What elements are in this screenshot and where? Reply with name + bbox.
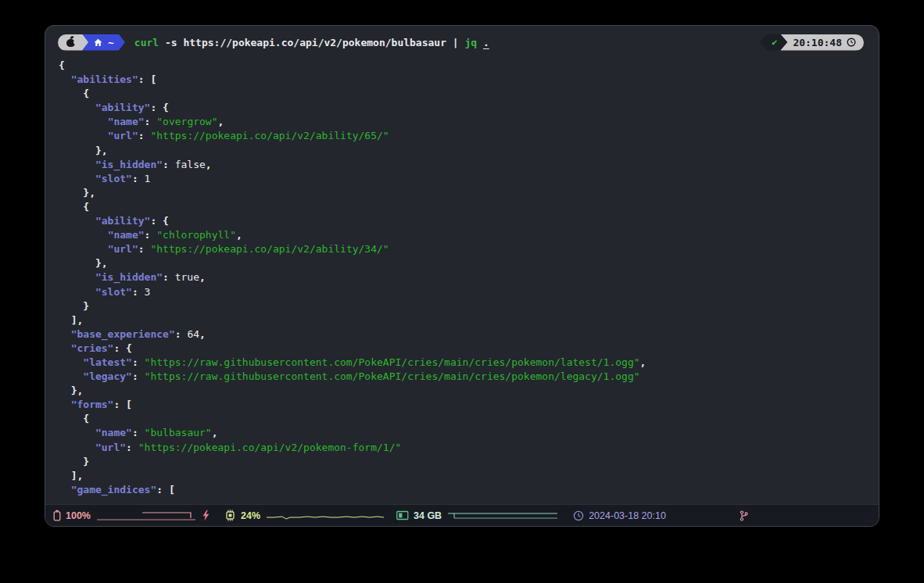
terminal-line: } bbox=[59, 455, 879, 469]
terminal-line: "url": "https://pokeapi.co/api/v2/abilit… bbox=[59, 129, 879, 143]
terminal-line: "is_hidden": false, bbox=[59, 158, 879, 172]
prompt-time-segment: 20:10:48 bbox=[780, 34, 864, 51]
battery-percent: 100% bbox=[66, 510, 91, 521]
terminal-line: "name": "chlorophyll", bbox=[59, 228, 879, 242]
terminal-line: ], bbox=[59, 313, 879, 327]
terminal-line: "is_hidden": true, bbox=[59, 270, 879, 284]
prompt-row: ~ curl -s https://pokeapi.co/api/v2/poke… bbox=[45, 26, 879, 59]
home-icon bbox=[94, 38, 102, 47]
terminal-line: "base_experience": 64, bbox=[59, 327, 879, 342]
battery-sparkline bbox=[97, 510, 195, 522]
terminal-line: } bbox=[59, 299, 879, 313]
command-segment: . bbox=[483, 37, 489, 48]
cpu-percent: 24% bbox=[241, 510, 260, 521]
terminal-line: }, bbox=[59, 256, 879, 270]
terminal-line: "slot": 1 bbox=[59, 172, 879, 186]
terminal-line: "latest": "https://raw.githubusercontent… bbox=[59, 356, 879, 370]
terminal-line: "ability": { bbox=[59, 101, 879, 115]
terminal-line: }, bbox=[59, 384, 879, 398]
terminal-line: "game_indices": [ bbox=[59, 483, 879, 497]
charging-bolt-icon bbox=[202, 510, 210, 521]
terminal-line: "url": "https://pokeapi.co/api/v2/abilit… bbox=[59, 242, 879, 256]
terminal-line: "legacy": "https://raw.githubusercontent… bbox=[59, 370, 879, 384]
command-text: curl -s https://pokeapi.co/api/v2/pokemo… bbox=[134, 37, 489, 48]
clock-indicator: 2024-03-18 20:10 bbox=[573, 510, 666, 521]
terminal-line: { bbox=[59, 87, 879, 101]
prompt-time: 20:10:48 bbox=[793, 37, 842, 48]
status-bar: 100% 24% bbox=[45, 504, 879, 526]
terminal-line: "abilities": [ bbox=[59, 73, 879, 87]
terminal-line: "ability": { bbox=[59, 214, 879, 228]
terminal-window[interactable]: ~ curl -s https://pokeapi.co/api/v2/poke… bbox=[45, 25, 879, 527]
clock-icon bbox=[847, 38, 856, 47]
terminal-line: }, bbox=[59, 186, 879, 200]
terminal-output[interactable]: { "abilities": [ { "ability": { "name": … bbox=[45, 59, 879, 497]
battery-indicator: 100% bbox=[53, 510, 210, 522]
cpu-indicator: 24% bbox=[224, 510, 384, 522]
command-segment: -s https://pokeapi.co/api/v2/pokemon/bul… bbox=[159, 37, 453, 48]
apple-logo-icon bbox=[66, 37, 76, 48]
terminal-line: "cries": { bbox=[59, 342, 879, 356]
terminal-line: "url": "https://pokeapi.co/api/v2/pokemo… bbox=[59, 441, 879, 455]
terminal-line: ], bbox=[59, 469, 879, 483]
statusbar-datetime: 2024-03-18 20:10 bbox=[589, 510, 666, 521]
git-branch-icon bbox=[740, 510, 748, 521]
prompt-directory-label: ~ bbox=[108, 37, 114, 48]
terminal-line: { bbox=[59, 412, 879, 426]
command-segment bbox=[477, 37, 483, 48]
git-indicator bbox=[740, 510, 748, 521]
terminal-line: { bbox=[59, 59, 879, 73]
statusbar-clock-icon bbox=[573, 510, 584, 521]
cpu-sparkline bbox=[267, 510, 384, 522]
terminal-line: "forms": [ bbox=[59, 398, 879, 412]
battery-icon bbox=[53, 510, 61, 521]
memory-sparkline bbox=[448, 510, 557, 522]
check-icon: ✔ bbox=[772, 37, 777, 48]
terminal-line: }, bbox=[59, 144, 879, 158]
cpu-icon bbox=[224, 510, 236, 521]
memory-indicator: 34 GB bbox=[396, 510, 557, 522]
prompt-right: ✔ 20:10:48 bbox=[760, 26, 864, 59]
memory-icon bbox=[396, 510, 409, 520]
terminal-line: "name": "bulbasaur", bbox=[59, 426, 879, 440]
command-segment: jq bbox=[464, 37, 477, 48]
command-segment: | bbox=[453, 37, 465, 48]
terminal-line: { bbox=[59, 200, 879, 214]
prompt-os-segment bbox=[58, 34, 88, 51]
terminal-line: "slot": 3 bbox=[59, 285, 879, 299]
memory-value: 34 GB bbox=[414, 510, 442, 521]
terminal-line: "name": "overgrow", bbox=[59, 115, 879, 129]
command-segment: curl bbox=[134, 37, 159, 48]
